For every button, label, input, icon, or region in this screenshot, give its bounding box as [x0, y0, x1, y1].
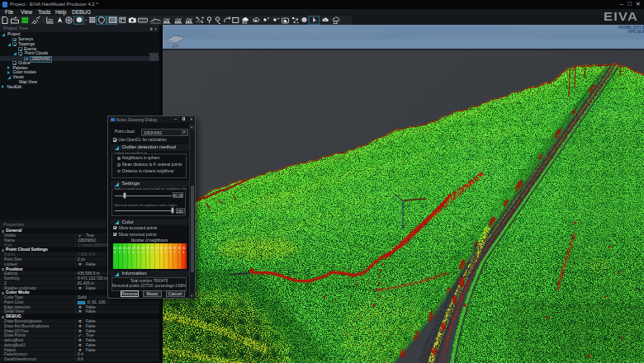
svg-text:1 m: 1 m — [395, 196, 401, 200]
svg-text:20: 20 — [48, 18, 53, 23]
